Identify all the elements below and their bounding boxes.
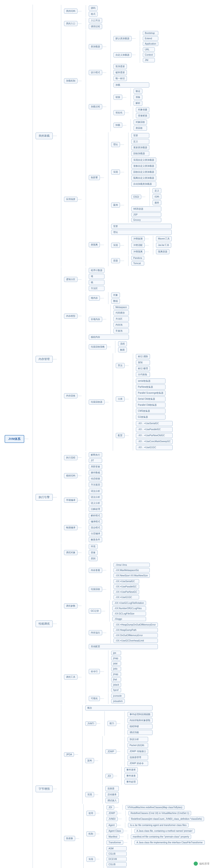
leaf: -XX：+UseConcMarkSweepGC [136, 439, 173, 444]
leaf: Serial Old收集器 [136, 397, 166, 402]
leaf: 验证 [133, 89, 142, 94]
node-design: 设计模式 [89, 70, 102, 75]
leaf: 解析 [133, 101, 142, 106]
leaf: serial收集器 [136, 378, 166, 383]
leaf: JarJar工具 [156, 243, 171, 248]
leaf: 变量赋值 [136, 113, 149, 118]
leaf: 冲突适配 [131, 243, 145, 248]
node-mech2: 机制 [86, 831, 95, 836]
leaf: JVMDI [106, 817, 118, 821]
leaf: Packet 的结构 [128, 743, 148, 748]
leaf: 冲突探测 [131, 236, 145, 241]
leaf: jconsole [111, 694, 125, 698]
leaf: Manifest [106, 835, 120, 839]
branch-engine: 执行引擎 [36, 494, 53, 501]
node-stack: 栈桢结构 [64, 473, 78, 478]
leaf: 数组 [111, 299, 120, 304]
leaf: 加载 [114, 83, 149, 88]
leaf: 触发条件 [89, 537, 102, 542]
leaf: -XX:NewSize/-XX:MaxNewSize [114, 574, 150, 578]
node-types: 分类 [116, 397, 125, 402]
leaf: -Xloggc [112, 617, 146, 621]
leaf: 分代收集 [136, 372, 150, 377]
leaf: 唯一标识 [114, 76, 127, 81]
leaf: 语义分析 [89, 501, 102, 506]
leaf: -XX:+UseSerialGC [114, 579, 140, 584]
node-tools: 调优工具 [64, 675, 78, 680]
leaf: 事件速查 [124, 773, 138, 778]
leaf: WEB容器 [131, 207, 161, 212]
node-osgi: OSGI [131, 195, 141, 199]
leaf: 背景 [111, 224, 172, 229]
leaf: 代码缓存 [114, 310, 129, 315]
leaf: jps [111, 651, 121, 655]
footer-icon [194, 862, 198, 866]
leaf: 更新类加载器 [131, 145, 149, 150]
leaf: hprof [111, 688, 121, 692]
node-gcrec: GC记录 [89, 609, 101, 614]
branch-perf: 性能调优 [36, 620, 53, 627]
node-hot-concept: 理论 [111, 142, 120, 147]
leaf: -XX:+UseGCLogFileRotation [112, 601, 146, 605]
leaf: 局部变量 [89, 464, 102, 469]
leaf: Transformer [106, 840, 123, 845]
node-app: 应用场景 [64, 197, 78, 202]
leaf: jstat [111, 661, 121, 666]
leaf: -XX:GCLogFileSize [112, 612, 146, 616]
leaf: 对象创建 [136, 107, 149, 112]
node-cli: 命令行 [89, 669, 100, 674]
node-model: 内存模型 [64, 314, 78, 319]
node-use: 使用 [86, 811, 95, 816]
leaf: 连接器管理 [128, 755, 148, 760]
leaf: 混合模式 [89, 525, 102, 530]
node-jdi: JDI [105, 774, 113, 778]
node-mem: 内存查看 [89, 568, 102, 573]
leaf: -XX：+UseG1GC [136, 445, 173, 450]
leaf: 定义 [153, 188, 161, 193]
node-jpda-impl: 实现 [85, 792, 94, 797]
node-jpda: JPDA [64, 752, 74, 757]
leaf: -XX：+UseSerialGC [136, 421, 173, 426]
leaf: 事件处理 [124, 779, 138, 784]
leaf: jvisualvm [111, 699, 125, 703]
leaf: 编译模式 [89, 519, 102, 524]
leaf: 复制 [136, 360, 150, 365]
node-arch: 架构 [85, 758, 94, 763]
leaf: 环境 [89, 544, 97, 549]
leaf: 调试接入 [105, 798, 119, 803]
node-config: 配置 [116, 433, 125, 438]
leaf: 解释执行 [89, 452, 102, 458]
node-flow: 执行流程 [64, 455, 78, 460]
leaf: 调用过程 [89, 24, 102, 29]
leaf: JDWP [106, 811, 117, 815]
leaf: 启动服务 [105, 792, 119, 797]
leaf: 理论 [111, 230, 172, 235]
leaf: jmap [111, 656, 121, 660]
leaf: -XX:+UseGCOverheadLimit [114, 639, 158, 643]
leaf: 隔离容器 [156, 249, 170, 254]
leaf: 格式 [89, 11, 97, 17]
node-gcparam: 垃圾回收 [89, 587, 102, 592]
leaf: -XX:MaxMetaspaceSiz [114, 568, 150, 572]
leaf: 协议分析 [128, 737, 148, 742]
leaf: RedefineClasses (Cmd 18) in VirtualMachi… [128, 811, 191, 815]
leaf: JIT [89, 458, 102, 463]
leaf: 事件请求 [124, 767, 138, 772]
node-cap: 能力 [108, 721, 116, 726]
leaf: 连接器 [105, 786, 119, 791]
leaf: Application [143, 41, 158, 46]
leaf: 堆 [89, 274, 104, 279]
leaf: Extend [143, 36, 158, 41]
leaf: -XX：+UseParNewOldGC [136, 433, 173, 438]
leaf: CGLIB [106, 862, 127, 867]
leaf: JDWP 的命令 [128, 761, 148, 766]
leaf: 服务 [153, 200, 161, 205]
leaf: URL [143, 47, 155, 52]
leaf: 对象回收 [133, 120, 147, 125]
leaf: 调试功能 [128, 730, 153, 735]
leaf: Parallel Scavenge收集器 [136, 391, 166, 396]
leaf: 冲突隔离 [131, 249, 145, 254]
main-branches: 类的装载 类的结构 源码 格式 类的入口 入口方法 调用过程 加载机制 类加载器… [33, 5, 205, 868]
leaf: 准备 [133, 95, 142, 100]
leaf: CGLIB [106, 851, 127, 856]
